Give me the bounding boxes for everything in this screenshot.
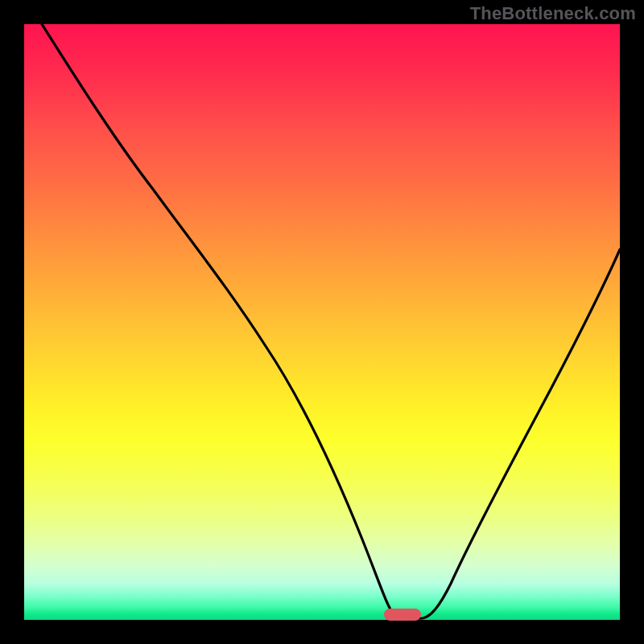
optimal-marker: [384, 609, 421, 621]
curve-path: [42, 24, 620, 619]
watermark-text: TheBottleneck.com: [470, 3, 636, 24]
chart-frame: TheBottleneck.com: [0, 0, 644, 644]
bottleneck-curve: [24, 24, 620, 620]
plot-area: [24, 24, 620, 620]
